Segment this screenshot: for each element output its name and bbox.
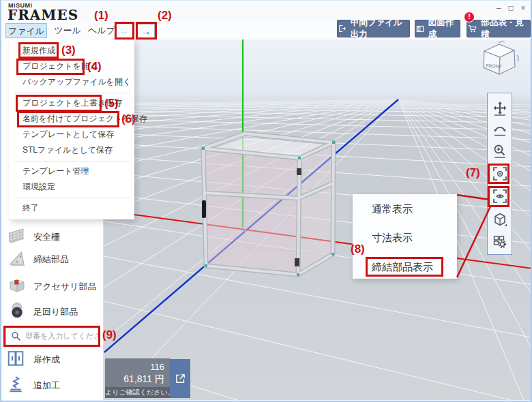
pan-icon[interactable] (492, 100, 508, 117)
button-label: 部品表・見積 (481, 17, 530, 40)
quote-link-button[interactable] (170, 359, 190, 398)
view-cube[interactable]: FRONT (475, 40, 524, 88)
redo-forward-button[interactable]: → (137, 24, 155, 38)
menu-separator (14, 161, 129, 161)
menu-item-new-project[interactable]: 新規作成 (9, 43, 134, 59)
view-orientation-icon[interactable] (492, 211, 508, 228)
part-number-search[interactable] (5, 326, 100, 345)
cart-icon (467, 23, 477, 34)
maximize-button[interactable]: □ (506, 3, 516, 13)
sidebar-item-undercarriage-parts[interactable]: 足回り部品 (33, 306, 78, 318)
close-button[interactable]: × (518, 3, 528, 13)
sidebar-item-fastening-parts[interactable]: 締結部品 (33, 253, 69, 266)
minimize-button[interactable]: – (494, 3, 503, 13)
fit-view-icon[interactable] (492, 166, 508, 182)
menu-tab-help[interactable]: ヘルプ (87, 23, 116, 38)
rotate-hint-icon (517, 55, 518, 61)
bracket-icon (7, 248, 27, 268)
part-count: 116 (105, 361, 164, 373)
hinge-top (297, 168, 301, 175)
view-cube-front-label: FRONT (486, 63, 503, 69)
zoom-icon[interactable] (492, 143, 508, 159)
sidebar-item-door-creation[interactable]: 扉作成 (33, 354, 60, 366)
machining-icon (7, 375, 25, 393)
door-handle (202, 200, 206, 218)
menu-item-open-project[interactable]: プロジェクトを開く (9, 59, 134, 74)
menu-tab-tools[interactable]: ツール (53, 23, 82, 38)
undo-back-button[interactable]: ← (115, 24, 133, 38)
menu-item-preferences[interactable]: 環境設定 (9, 179, 134, 195)
accessory-icon (7, 275, 27, 295)
total-price: 61,811 円 (105, 373, 164, 386)
external-link-icon (175, 373, 186, 384)
hinge-bottom (295, 258, 299, 266)
popup-item-normal-display[interactable]: 通常表示 (372, 201, 413, 217)
menu-item-save-project[interactable]: プロジェクトを上書き保存 (9, 95, 134, 111)
create-drawing-button[interactable]: 図面作成 (415, 20, 460, 37)
notification-badge: ! (464, 12, 475, 22)
popup-item-fastener-display[interactable]: 締結部品表示 (372, 259, 433, 275)
price-panel: 116 61,811 円 (105, 358, 170, 387)
safety-fence-icon (7, 226, 27, 246)
door-icon (7, 350, 25, 367)
dropdown-corner-icon (505, 224, 507, 227)
menu-item-save-as-template[interactable]: テンプレートとして保存 (9, 127, 134, 142)
viewport-toolbar (487, 93, 512, 255)
menu-separator (14, 198, 129, 198)
display-mode-icon[interactable] (492, 188, 508, 204)
frame-cube-model[interactable] (202, 134, 335, 276)
search-input[interactable] (25, 328, 99, 344)
caster-icon (7, 300, 27, 321)
menu-item-open-backup[interactable]: バックアップファイルを開く (9, 74, 134, 90)
bom-quote-button[interactable]: 部品表・見積 (467, 20, 531, 37)
menu-item-save-project-as[interactable]: 名前を付けてプロジェクトを保存 (9, 111, 134, 127)
button-label: 図面作成 (428, 17, 460, 40)
app-window: FRONT (0, 0, 532, 402)
menu-separator (14, 93, 129, 93)
sidebar-item-safety-fence[interactable]: 安全柵 (33, 231, 60, 243)
bom-settings-icon[interactable] (492, 234, 508, 250)
menu-tab-file[interactable]: ファイル (5, 23, 47, 38)
sidebar-item-additional-machining[interactable]: 追加工 (33, 380, 60, 392)
popup-item-dimension-display[interactable]: 寸法表示 (372, 230, 413, 246)
display-mode-popup: 通常表示 寸法表示 締結部品表示 (353, 194, 457, 279)
menu-item-save-as-stl[interactable]: STLファイルとして保存 (9, 142, 134, 158)
menu-item-template-manager[interactable]: テンプレート管理 (9, 164, 134, 179)
rotate-hint-icon (499, 42, 505, 43)
rotate-icon[interactable] (492, 121, 508, 138)
sidebar-item-accessory-parts[interactable]: アクセサリ部品 (33, 281, 97, 293)
file-menu-dropdown: 新規作成 プロジェクトを開く バックアップファイルを開く プロジェクトを上書き保… (9, 40, 134, 219)
price-note: よりご確認ください。 (105, 387, 170, 398)
button-label: 中間ファイル出力 (351, 17, 409, 40)
search-icon (11, 331, 22, 342)
panel-front (203, 149, 299, 275)
drawing-icon (415, 24, 425, 34)
export-icon (338, 23, 347, 34)
intermediate-file-output-button[interactable]: 中間ファイル出力 (337, 20, 410, 37)
menu-item-exit[interactable]: 終了 (9, 200, 134, 216)
